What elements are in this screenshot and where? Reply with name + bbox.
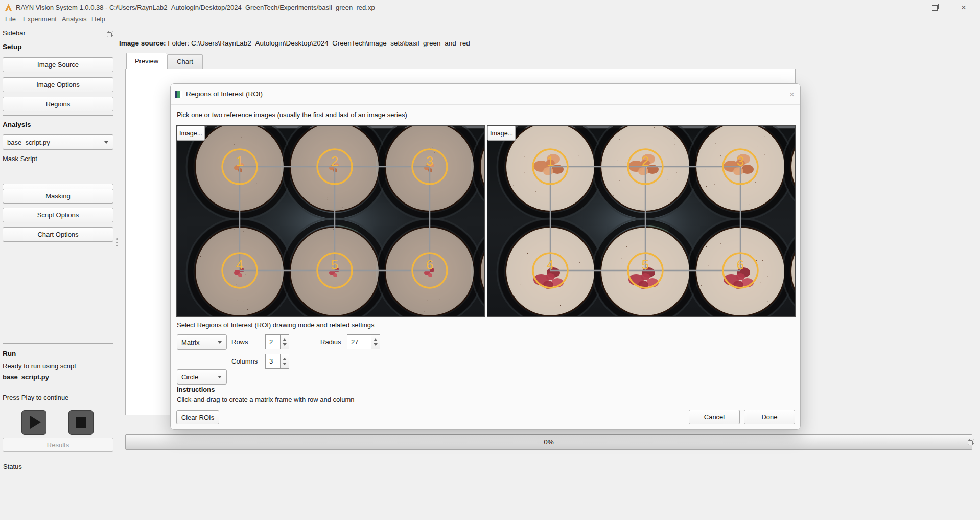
sidebar-title: Sidebar xyxy=(3,29,26,37)
spin-up-icon[interactable] xyxy=(283,358,287,360)
instructions-text: Click-and-drag to create a matrix frame … xyxy=(177,396,355,403)
stop-button[interactable] xyxy=(68,410,94,435)
image-source-label: Image source: xyxy=(119,39,166,47)
progress-bar: 0% xyxy=(125,434,972,450)
menu-file[interactable]: File xyxy=(5,15,16,25)
spin-down-icon[interactable] xyxy=(374,343,378,346)
roi-number: 5 xyxy=(331,257,338,273)
columns-label: Columns xyxy=(231,354,258,369)
chevron-down-icon xyxy=(218,376,222,378)
pick-image-right-button[interactable]: Image... xyxy=(487,126,516,141)
menu-analysis[interactable]: Analysis xyxy=(62,15,86,25)
rows-spin-arrows[interactable] xyxy=(281,334,289,349)
roi-number: 6 xyxy=(426,257,433,273)
roi-settings-label: Select Regions of Interest (ROI) drawing… xyxy=(177,321,375,329)
image-source-line: Image source: Folder: C:\Users\RaynLab2_… xyxy=(119,39,470,47)
play-button[interactable] xyxy=(21,410,46,435)
columns-spin-arrows[interactable] xyxy=(281,354,289,369)
roi-number: 5 xyxy=(642,257,649,273)
progress-value: 0% xyxy=(544,438,554,446)
spin-down-icon[interactable] xyxy=(283,363,287,365)
menu-help[interactable]: Help xyxy=(91,15,105,25)
status-label: Status xyxy=(3,463,22,470)
analysis-script-select[interactable]: base_script.py xyxy=(3,134,113,150)
roi-dialog-icon xyxy=(175,91,182,98)
roi-number: 2 xyxy=(331,153,338,169)
menu-experiment[interactable]: Experiment xyxy=(23,15,57,25)
minimize-button[interactable] xyxy=(896,0,913,15)
minimize-icon xyxy=(901,8,907,8)
radius-label: Radius xyxy=(320,334,341,350)
roi-overlay-right: 1 2 3 4 5 6 xyxy=(487,126,795,316)
menu-bar: File Experiment Analysis Help xyxy=(0,15,980,25)
dialog-close-icon[interactable]: × xyxy=(786,89,798,100)
roi-number: 3 xyxy=(426,153,433,169)
clear-rois-button[interactable]: Clear ROIs xyxy=(176,410,219,424)
tab-chart[interactable]: Chart xyxy=(167,54,203,69)
columns-spinbox[interactable]: 3 xyxy=(265,354,289,369)
chart-options-button[interactable]: Chart Options xyxy=(3,227,113,242)
close-icon: × xyxy=(961,3,966,13)
close-button[interactable]: × xyxy=(955,0,972,15)
roi-dialog: Regions of Interest (ROI) × Pick one or … xyxy=(170,83,801,430)
instructions-heading: Instructions xyxy=(177,386,215,393)
sidebar: Sidebar Setup Image Source Image Options… xyxy=(0,25,116,476)
roi-mode-value: Matrix xyxy=(181,338,199,346)
run-heading: Run xyxy=(3,350,16,357)
roi-shape-value: Circle xyxy=(181,373,198,381)
setup-heading: Setup xyxy=(3,43,22,51)
play-icon xyxy=(30,416,41,429)
analysis-heading: Analysis xyxy=(3,121,31,128)
image-source-value: Folder: C:\Users\RaynLab2_Autologin\Desk… xyxy=(168,39,470,47)
cancel-button[interactable]: Cancel xyxy=(689,410,740,424)
script-options-button[interactable]: Script Options xyxy=(3,208,113,222)
restore-button[interactable] xyxy=(926,0,943,15)
tab-preview[interactable]: Preview xyxy=(126,53,167,69)
run-prompt: Press Play to continue xyxy=(3,394,68,401)
chevron-down-icon xyxy=(218,341,222,344)
spin-up-icon[interactable] xyxy=(283,338,287,341)
status-bar-divider xyxy=(0,476,980,476)
radius-value[interactable]: 27 xyxy=(347,334,371,349)
run-ready-text: Ready to run using script xyxy=(3,362,76,370)
regions-button[interactable]: Regions xyxy=(3,97,113,111)
results-button: Results xyxy=(3,438,113,452)
roi-number: 2 xyxy=(642,153,649,169)
roi-overlay-left: 1 2 3 4 5 6 xyxy=(177,126,484,316)
app-logo-icon xyxy=(5,4,12,11)
roi-number: 6 xyxy=(737,257,744,273)
roi-dialog-titlebar[interactable]: Regions of Interest (ROI) × xyxy=(171,84,800,105)
chevron-down-icon xyxy=(104,141,108,144)
sidebar-splitter[interactable] xyxy=(116,238,119,246)
roi-number: 3 xyxy=(737,153,744,169)
rows-value[interactable]: 2 xyxy=(265,334,281,349)
pick-image-left-button[interactable]: Image... xyxy=(177,126,205,141)
rows-label: Rows xyxy=(231,334,248,350)
roi-mode-select[interactable]: Matrix xyxy=(177,334,227,350)
roi-description: Pick one or two reference images (usuall… xyxy=(177,111,407,119)
analysis-script-value: base_script.py xyxy=(7,139,50,146)
image-source-button[interactable]: Image Source xyxy=(3,57,113,72)
columns-value[interactable]: 3 xyxy=(265,354,281,369)
mask-script-label: Mask Script xyxy=(3,155,37,163)
roi-number: 4 xyxy=(236,257,243,273)
reference-image-left[interactable]: 1 2 3 4 5 6 Image... xyxy=(177,126,484,316)
spin-up-icon[interactable] xyxy=(374,338,378,341)
masking-button[interactable]: Masking xyxy=(3,189,113,204)
run-script-name: base_script.py xyxy=(3,373,49,381)
roi-number: 4 xyxy=(547,257,554,273)
roi-shape-select[interactable]: Circle xyxy=(177,369,227,385)
roi-number: 1 xyxy=(236,153,243,169)
sidebar-divider-1 xyxy=(3,115,113,116)
radius-spin-arrows[interactable] xyxy=(371,334,380,349)
reference-image-right[interactable]: 1 2 3 4 5 6 Image... xyxy=(487,126,795,316)
stop-icon xyxy=(76,417,86,428)
sidebar-divider-2 xyxy=(3,343,113,344)
roi-dialog-title: Regions of Interest (ROI) xyxy=(186,84,263,104)
image-options-button[interactable]: Image Options xyxy=(3,77,113,92)
radius-spinbox[interactable]: 27 xyxy=(347,334,380,349)
done-button[interactable]: Done xyxy=(744,410,795,424)
spin-down-icon[interactable] xyxy=(283,343,287,346)
rows-spinbox[interactable]: 2 xyxy=(265,334,289,349)
roi-number: 1 xyxy=(547,153,554,169)
